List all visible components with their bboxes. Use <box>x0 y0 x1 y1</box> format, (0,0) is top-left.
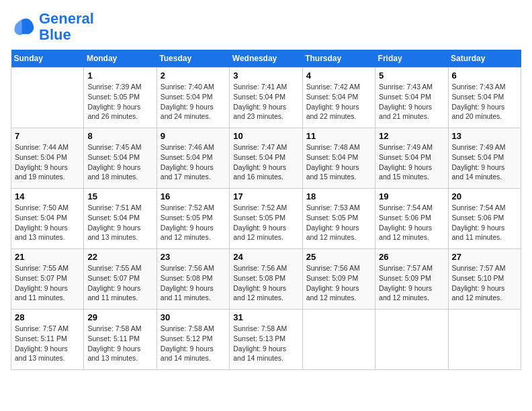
day-number: 14 <box>15 191 80 201</box>
calendar-cell: 30Sunrise: 7:58 AMSunset: 5:12 PMDayligh… <box>157 310 229 370</box>
day-number: 3 <box>233 71 298 81</box>
calendar-cell: 18Sunrise: 7:53 AMSunset: 5:05 PMDayligh… <box>302 189 375 249</box>
day-number: 30 <box>161 312 226 322</box>
day-content: Sunrise: 7:52 AMSunset: 5:05 PMDaylight:… <box>233 203 298 242</box>
day-content: Sunrise: 7:44 AMSunset: 5:04 PMDaylight:… <box>15 142 80 182</box>
day-content: Sunrise: 7:53 AMSunset: 5:05 PMDaylight:… <box>306 203 371 242</box>
calendar-cell: 3Sunrise: 7:41 AMSunset: 5:04 PMDaylight… <box>230 68 302 128</box>
calendar-week-row: 1Sunrise: 7:39 AMSunset: 5:05 PMDaylight… <box>11 68 521 128</box>
day-number: 27 <box>452 252 517 262</box>
logo: General Blue <box>11 11 94 43</box>
day-content: Sunrise: 7:40 AMSunset: 5:04 PMDaylight:… <box>161 82 226 122</box>
day-content: Sunrise: 7:57 AMSunset: 5:10 PMDaylight:… <box>452 263 517 303</box>
day-content: Sunrise: 7:39 AMSunset: 5:05 PMDaylight:… <box>87 82 152 122</box>
day-content: Sunrise: 7:49 AMSunset: 5:04 PMDaylight:… <box>379 142 444 182</box>
day-content: Sunrise: 7:45 AMSunset: 5:04 PMDaylight:… <box>87 142 152 182</box>
calendar-week-row: 14Sunrise: 7:50 AMSunset: 5:04 PMDayligh… <box>11 189 521 249</box>
calendar-cell: 13Sunrise: 7:49 AMSunset: 5:04 PMDayligh… <box>448 128 521 189</box>
logo-icon <box>11 15 35 39</box>
page-header: General Blue <box>11 11 521 43</box>
calendar-cell: 31Sunrise: 7:58 AMSunset: 5:13 PMDayligh… <box>230 310 302 370</box>
calendar-cell: 9Sunrise: 7:46 AMSunset: 5:04 PMDaylight… <box>157 128 229 189</box>
calendar-week-row: 7Sunrise: 7:44 AMSunset: 5:04 PMDaylight… <box>11 128 521 189</box>
day-content: Sunrise: 7:52 AMSunset: 5:05 PMDaylight:… <box>161 203 226 242</box>
calendar-cell: 19Sunrise: 7:54 AMSunset: 5:06 PMDayligh… <box>375 189 448 249</box>
day-content: Sunrise: 7:48 AMSunset: 5:04 PMDaylight:… <box>306 142 371 182</box>
calendar-cell: 26Sunrise: 7:57 AMSunset: 5:09 PMDayligh… <box>375 249 448 310</box>
calendar-cell: 23Sunrise: 7:56 AMSunset: 5:08 PMDayligh… <box>157 249 229 310</box>
calendar-cell: 10Sunrise: 7:47 AMSunset: 5:04 PMDayligh… <box>230 128 302 189</box>
calendar-cell: 24Sunrise: 7:56 AMSunset: 5:08 PMDayligh… <box>230 249 302 310</box>
day-number: 17 <box>233 191 298 201</box>
calendar-week-row: 21Sunrise: 7:55 AMSunset: 5:07 PMDayligh… <box>11 249 521 310</box>
day-content: Sunrise: 7:56 AMSunset: 5:08 PMDaylight:… <box>161 263 226 303</box>
weekday-header-wednesday: Wednesday <box>230 50 302 68</box>
calendar-cell: 28Sunrise: 7:57 AMSunset: 5:11 PMDayligh… <box>11 310 84 370</box>
day-content: Sunrise: 7:58 AMSunset: 5:13 PMDaylight:… <box>233 324 298 363</box>
weekday-header-tuesday: Tuesday <box>157 50 229 68</box>
day-number: 16 <box>161 191 226 201</box>
day-content: Sunrise: 7:49 AMSunset: 5:04 PMDaylight:… <box>452 142 517 182</box>
day-number: 7 <box>15 131 80 141</box>
calendar-table: SundayMondayTuesdayWednesdayThursdayFrid… <box>11 50 521 370</box>
calendar-cell: 2Sunrise: 7:40 AMSunset: 5:04 PMDaylight… <box>157 68 229 128</box>
day-number: 5 <box>379 71 444 81</box>
day-number: 26 <box>379 252 444 262</box>
day-number: 19 <box>379 191 444 201</box>
day-number: 28 <box>15 312 80 322</box>
day-number: 20 <box>452 191 517 201</box>
day-number: 25 <box>306 252 371 262</box>
day-content: Sunrise: 7:43 AMSunset: 5:04 PMDaylight:… <box>379 82 444 122</box>
calendar-cell <box>302 310 375 370</box>
calendar-cell: 22Sunrise: 7:55 AMSunset: 5:07 PMDayligh… <box>84 249 157 310</box>
day-number: 22 <box>87 252 152 262</box>
day-content: Sunrise: 7:41 AMSunset: 5:04 PMDaylight:… <box>233 82 298 122</box>
calendar-cell: 4Sunrise: 7:42 AMSunset: 5:04 PMDaylight… <box>302 68 375 128</box>
day-number: 8 <box>87 131 152 141</box>
day-number: 24 <box>233 252 298 262</box>
weekday-header-friday: Friday <box>375 50 448 68</box>
day-number: 29 <box>87 312 152 322</box>
day-content: Sunrise: 7:54 AMSunset: 5:06 PMDaylight:… <box>452 203 517 242</box>
day-number: 15 <box>87 191 152 201</box>
calendar-cell: 17Sunrise: 7:52 AMSunset: 5:05 PMDayligh… <box>230 189 302 249</box>
calendar-cell: 12Sunrise: 7:49 AMSunset: 5:04 PMDayligh… <box>375 128 448 189</box>
day-number: 9 <box>161 131 226 141</box>
day-number: 11 <box>306 131 371 141</box>
day-number: 10 <box>233 131 298 141</box>
day-number: 4 <box>306 71 371 81</box>
day-content: Sunrise: 7:50 AMSunset: 5:04 PMDaylight:… <box>15 203 80 242</box>
calendar-cell: 15Sunrise: 7:51 AMSunset: 5:04 PMDayligh… <box>84 189 157 249</box>
calendar-cell: 8Sunrise: 7:45 AMSunset: 5:04 PMDaylight… <box>84 128 157 189</box>
calendar-cell <box>11 68 84 128</box>
day-content: Sunrise: 7:43 AMSunset: 5:04 PMDaylight:… <box>452 82 517 122</box>
calendar-cell: 21Sunrise: 7:55 AMSunset: 5:07 PMDayligh… <box>11 249 84 310</box>
weekday-header-row: SundayMondayTuesdayWednesdayThursdayFrid… <box>11 50 521 68</box>
calendar-cell: 5Sunrise: 7:43 AMSunset: 5:04 PMDaylight… <box>375 68 448 128</box>
day-number: 12 <box>379 131 444 141</box>
day-content: Sunrise: 7:46 AMSunset: 5:04 PMDaylight:… <box>161 142 226 182</box>
calendar-cell: 7Sunrise: 7:44 AMSunset: 5:04 PMDaylight… <box>11 128 84 189</box>
day-number: 6 <box>452 71 517 81</box>
calendar-cell: 1Sunrise: 7:39 AMSunset: 5:05 PMDaylight… <box>84 68 157 128</box>
logo-text: General Blue <box>39 11 94 43</box>
day-content: Sunrise: 7:56 AMSunset: 5:08 PMDaylight:… <box>233 263 298 303</box>
day-number: 21 <box>15 252 80 262</box>
day-content: Sunrise: 7:55 AMSunset: 5:07 PMDaylight:… <box>87 263 152 303</box>
calendar-cell: 16Sunrise: 7:52 AMSunset: 5:05 PMDayligh… <box>157 189 229 249</box>
day-content: Sunrise: 7:57 AMSunset: 5:11 PMDaylight:… <box>15 324 80 363</box>
calendar-cell: 20Sunrise: 7:54 AMSunset: 5:06 PMDayligh… <box>448 189 521 249</box>
day-number: 2 <box>161 71 226 81</box>
calendar-cell: 11Sunrise: 7:48 AMSunset: 5:04 PMDayligh… <box>302 128 375 189</box>
calendar-cell: 29Sunrise: 7:58 AMSunset: 5:11 PMDayligh… <box>84 310 157 370</box>
day-content: Sunrise: 7:55 AMSunset: 5:07 PMDaylight:… <box>15 263 80 303</box>
weekday-header-monday: Monday <box>84 50 157 68</box>
day-content: Sunrise: 7:42 AMSunset: 5:04 PMDaylight:… <box>306 82 371 122</box>
weekday-header-saturday: Saturday <box>448 50 521 68</box>
day-content: Sunrise: 7:54 AMSunset: 5:06 PMDaylight:… <box>379 203 444 242</box>
day-number: 18 <box>306 191 371 201</box>
day-content: Sunrise: 7:58 AMSunset: 5:12 PMDaylight:… <box>161 324 226 363</box>
calendar-cell: 27Sunrise: 7:57 AMSunset: 5:10 PMDayligh… <box>448 249 521 310</box>
calendar-week-row: 28Sunrise: 7:57 AMSunset: 5:11 PMDayligh… <box>11 310 521 370</box>
weekday-header-sunday: Sunday <box>11 50 84 68</box>
